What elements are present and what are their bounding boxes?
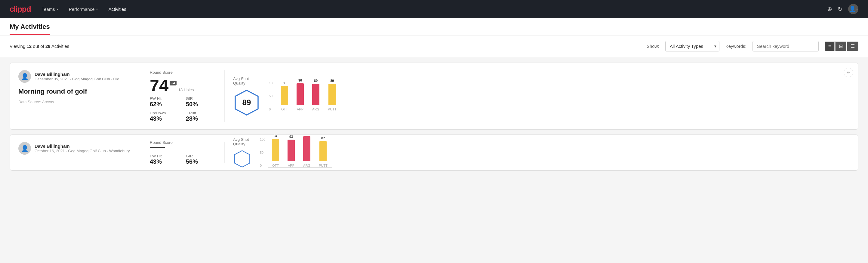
bar-column: 85 OTT (281, 81, 288, 111)
card-divider (141, 70, 142, 122)
activity-card: 👤 Dave Billingham October 16, 2021 · Gog… (10, 135, 858, 171)
nav-activities[interactable]: Activities (108, 7, 126, 12)
bar-label: OTT (272, 164, 279, 167)
bar-value: 87 (321, 136, 325, 140)
user-row: 👤 Dave Billingham December 05, 2021 · Go… (18, 70, 133, 83)
refresh-icon[interactable]: ↻ (838, 5, 843, 12)
gir-item: GIR 50% (186, 96, 216, 108)
total-count: 29 (45, 43, 51, 49)
bar-value: 90 (298, 79, 302, 82)
view-list-button[interactable]: ☰ (847, 41, 858, 51)
updown-value: 43% (150, 115, 180, 122)
card-left: 👤 Dave Billingham December 05, 2021 · Go… (18, 70, 133, 122)
bar (319, 141, 327, 161)
user-row: 👤 Dave Billingham October 16, 2021 · Gog… (18, 142, 133, 155)
avg-shot-quality-label: Avg Shot Quality (233, 137, 251, 146)
bar (303, 136, 310, 161)
hexagon-container: Avg Shot Quality (233, 137, 251, 168)
avatar: 👤 (18, 70, 31, 83)
activities-list: ✏ 👤 Dave Billingham December 05, 2021 · … (0, 57, 868, 176)
score-placeholder (150, 147, 165, 148)
bar-label: PUTT (319, 164, 328, 167)
fw-hit-item: FW Hit 62% (150, 96, 180, 108)
avatar-chevron-icon: ▾ (856, 7, 858, 11)
score-badge: +4 (169, 81, 177, 85)
bar-column: 94 OTT (272, 135, 279, 167)
bar-column: 106 ARG (303, 135, 310, 167)
bar (312, 84, 319, 105)
user-info: Dave Billingham December 05, 2021 · Gog … (35, 71, 119, 81)
chart-y-labels: 100 50 0 (260, 138, 265, 167)
round-score-row (150, 147, 216, 151)
user-name: Dave Billingham (35, 144, 130, 149)
bar-value: 89 (330, 79, 334, 83)
bar-column: 89 ARG (312, 79, 319, 111)
fw-hit-item: FW Hit 43% (150, 154, 180, 165)
holes-label: 18 Holes (178, 88, 194, 92)
gir-item: GIR 56% (186, 154, 216, 165)
round-score-label: Round Score (150, 140, 216, 145)
round-score-value: 74 (150, 77, 168, 94)
stat-grid: FW Hit 62% GIR 50% Up/Down 43% 1 Putt 28… (150, 96, 216, 122)
page-header: My Activities (0, 18, 868, 35)
search-input[interactable] (752, 41, 819, 52)
oneputt-value: 28% (186, 115, 216, 122)
view-list-compact-button[interactable]: ≡ (825, 41, 835, 51)
nav-performance[interactable]: Performance ▾ (69, 7, 98, 12)
show-label: Show: (647, 43, 659, 49)
bar-column: 93 APP (287, 135, 295, 167)
card-divider-2 (224, 142, 225, 163)
card-stats: Round Score FW Hit 43% GIR 56% (150, 142, 216, 163)
page-title: My Activities (10, 23, 50, 35)
view-grid-button[interactable]: ⊞ (835, 41, 846, 51)
round-score-row: 74 +4 18 Holes (150, 77, 216, 94)
card-stats: Round Score 74 +4 18 Holes FW Hit 62% GI… (150, 70, 216, 122)
card-left: 👤 Dave Billingham October 16, 2021 · Gog… (18, 142, 133, 163)
bar-value: 89 (314, 79, 318, 83)
add-icon[interactable]: ⊕ (827, 5, 832, 12)
user-date: October 16, 2021 · Gog Magog Golf Club ·… (35, 149, 130, 153)
hex-badge (233, 150, 251, 168)
bar-label: PUTT (328, 108, 337, 111)
bar-value: 85 (283, 81, 286, 85)
hex-badge: 89 (233, 89, 260, 116)
data-source: Data Source: Arccos (18, 99, 133, 104)
stat-grid: FW Hit 43% GIR 56% (150, 154, 216, 165)
user-info: Dave Billingham October 16, 2021 · Gog M… (35, 144, 130, 153)
card-divider (141, 142, 142, 163)
bar-value: 106 (304, 135, 309, 135)
round-score-label: Round Score (150, 70, 216, 75)
fw-hit-value: 43% (150, 158, 180, 165)
keywords-label: Keywords: (725, 43, 746, 49)
activity-type-select[interactable]: All Activity Types (665, 41, 719, 52)
teams-chevron-icon: ▾ (57, 7, 58, 11)
card-quality: Avg Shot Quality 89 100 50 0 (233, 70, 341, 122)
logo: clippd (10, 4, 31, 14)
bar-label: ARG (303, 164, 310, 167)
bar-label: APP (288, 164, 294, 167)
bar (287, 140, 295, 161)
view-buttons: ≡ ⊞ ☰ (825, 41, 858, 51)
user-icon: 👤 (849, 6, 856, 12)
avg-shot-quality-label: Avg Shot Quality (233, 77, 260, 85)
nav-teams[interactable]: Teams ▾ (42, 7, 58, 12)
activity-type-select-wrapper: All Activity Types ▾ (665, 41, 719, 52)
bar (281, 86, 288, 105)
updown-item: Up/Down 43% (150, 111, 180, 122)
edit-button[interactable]: ✏ (844, 68, 853, 77)
avatar-icon: 👤 (21, 145, 29, 152)
activity-card: ✏ 👤 Dave Billingham December 05, 2021 · … (10, 63, 858, 130)
gir-value: 56% (186, 158, 216, 165)
bar-column: 87 PUTT (319, 136, 328, 167)
card-divider-2 (224, 70, 225, 122)
gir-value: 50% (186, 101, 216, 108)
hexagon-container: Avg Shot Quality 89 (233, 77, 260, 116)
bar-label: ARG (312, 108, 319, 111)
navbar: clippd Teams ▾ Performance ▾ Activities … (0, 0, 868, 18)
bar-value: 93 (289, 135, 293, 139)
svg-marker-1 (235, 151, 250, 167)
bar-label: OTT (281, 108, 288, 111)
user-avatar[interactable]: 👤 ▾ (848, 4, 858, 14)
avatar-icon: 👤 (21, 73, 29, 80)
fw-hit-value: 62% (150, 101, 180, 108)
